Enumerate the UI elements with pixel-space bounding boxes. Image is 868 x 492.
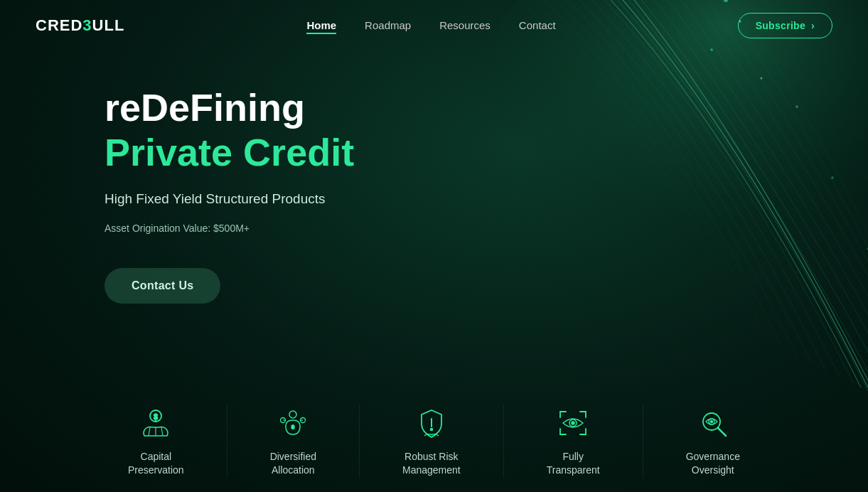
hero-title-top: reDeFining	[105, 87, 832, 129]
diversified-allocation-icon: $	[274, 405, 311, 442]
features-bar: $ CapitalPreservation $ Divers	[0, 383, 868, 492]
hero-section: reDeFining Private Credit High Fixed Yie…	[0, 51, 868, 304]
governance-oversight-label: GovernanceOversight	[686, 450, 740, 478]
nav-link-home[interactable]: Home	[306, 19, 336, 34]
hero-subtitle: High Fixed Yield Structured Products	[105, 190, 360, 209]
feature-governance-oversight: GovernanceOversight	[643, 405, 783, 478]
nav-item-home[interactable]: Home	[306, 19, 336, 32]
subscribe-label: Subscribe	[756, 20, 805, 31]
hero-asset-value: Asset Origination Value: $500M+	[105, 223, 832, 234]
feature-robust-risk: Robust RiskManagement	[360, 405, 504, 478]
robust-risk-label: Robust RiskManagement	[402, 450, 461, 478]
svg-line-13	[161, 427, 163, 436]
diversified-allocation-label: DiversifiedAllocation	[270, 450, 316, 478]
governance-oversight-icon	[695, 405, 732, 442]
hero-title-bottom: Private Credit	[105, 132, 832, 173]
logo-accent: 3	[82, 16, 92, 34]
nav-link-roadmap[interactable]: Roadmap	[365, 19, 411, 31]
logo-text: CRED3ULL	[36, 16, 124, 35]
svg-text:$: $	[291, 424, 295, 430]
nav-right: Subscribe ›	[738, 13, 832, 38]
svg-text:$: $	[154, 413, 159, 421]
feature-capital-preservation: $ CapitalPreservation	[85, 405, 227, 478]
fully-transparent-icon	[554, 405, 591, 442]
svg-point-14	[289, 411, 296, 418]
svg-line-11	[149, 427, 150, 436]
nav-link-contact[interactable]: Contact	[519, 19, 556, 31]
svg-point-26	[710, 420, 712, 422]
svg-point-21	[430, 428, 432, 430]
subscribe-button[interactable]: Subscribe ›	[738, 13, 832, 38]
robust-risk-icon	[413, 405, 450, 442]
nav-item-resources[interactable]: Resources	[439, 19, 491, 32]
nav-item-contact[interactable]: Contact	[519, 19, 556, 32]
capital-preservation-label: CapitalPreservation	[128, 450, 184, 478]
contact-us-button[interactable]: Contact Us	[105, 268, 220, 304]
nav-item-roadmap[interactable]: Roadmap	[365, 19, 411, 32]
nav-link-resources[interactable]: Resources	[439, 19, 491, 31]
logo[interactable]: CRED3ULL	[36, 16, 124, 35]
svg-point-23	[572, 422, 574, 424]
svg-line-27	[718, 428, 726, 436]
subscribe-arrow-icon: ›	[811, 20, 815, 31]
feature-fully-transparent: FullyTransparent	[504, 405, 643, 478]
navbar: CRED3ULL Home Roadmap Resources Contact …	[0, 0, 868, 51]
capital-preservation-icon: $	[137, 405, 174, 442]
nav-links: Home Roadmap Resources Contact	[306, 19, 555, 32]
fully-transparent-label: FullyTransparent	[547, 450, 600, 478]
feature-diversified-allocation: $ DiversifiedAllocation	[227, 405, 360, 478]
